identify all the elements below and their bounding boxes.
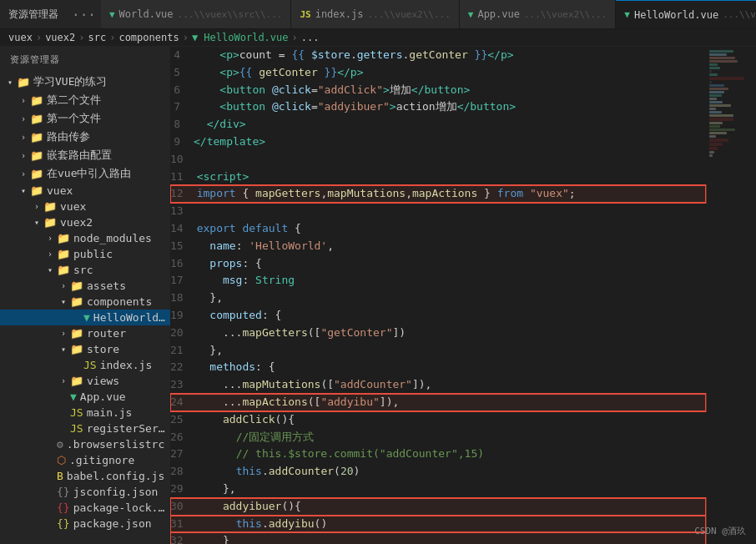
tree-item-vuex2[interactable]: ▾ 📁 vuex2	[0, 214, 170, 230]
tree-item-src[interactable]: ▾ 📁 src	[0, 262, 170, 278]
tree-item-registerjs[interactable]: JS registerServiceWorker.js	[0, 421, 170, 436]
arrow-icon: ›	[43, 249, 57, 259]
arrow-icon: ▾	[57, 297, 70, 306]
tree-item-babel[interactable]: B babel.config.js	[0, 468, 170, 484]
tab-path: ...\\vuex\\src\\...	[178, 9, 283, 20]
folder-icon: 📁	[30, 131, 43, 144]
tree-label: vuex	[47, 184, 73, 197]
tree-label: App.vue	[80, 390, 126, 403]
code-line-13: 13	[170, 203, 706, 220]
tab-app-vue[interactable]: ▼ App.vue ...\\vuex2\\...	[460, 0, 617, 28]
vue-icon: ▼	[624, 9, 630, 20]
arrow-icon: ›	[57, 329, 70, 338]
tree-label: 在vue中引入路由	[47, 166, 131, 181]
folder-icon: 📁	[70, 343, 83, 355]
folder-icon: 📁	[43, 216, 57, 229]
tab-index-js[interactable]: JS index.js ...\\vuex2\\...	[291, 0, 459, 28]
tree-item-vuex[interactable]: ▾ 📁 vuex	[0, 183, 170, 199]
tree-item-study[interactable]: ▾ 📁 学习VUE的练习	[0, 73, 170, 91]
tree-item-package[interactable]: {} package.json	[0, 516, 170, 531]
tree-item-mainjs[interactable]: JS main.js	[0, 405, 170, 421]
tree-label: package-lock.json	[73, 501, 170, 514]
tree-label: HelloWorld.vue	[93, 311, 170, 324]
tree-item-importroute[interactable]: › 📁 在vue中引入路由	[0, 164, 170, 183]
tree-label: .browserslistrc	[67, 438, 164, 451]
tree-item-node-modules[interactable]: › 📁 node_modules	[0, 230, 170, 246]
tree-label: assets	[87, 280, 126, 292]
tree-item-browserslist[interactable]: ⚙ .browserslistrc	[0, 436, 170, 452]
tab-helloworld-vue[interactable]: ▼ HelloWorld.vue ...\\vuex2\\... ×	[616, 0, 756, 28]
tree-item-file1[interactable]: › 📁 第一个文件	[0, 109, 170, 128]
code-lines: 4 <p>count = {{ $store.getters.getConter…	[170, 47, 706, 544]
tree-label: .gitignore	[69, 454, 134, 466]
folder-icon: 📁	[70, 280, 83, 292]
tree-item-appvue[interactable]: ▼ App.vue	[0, 389, 170, 405]
code-line-19: 19 computed: {	[170, 307, 706, 325]
arrow-icon: ›	[57, 281, 70, 290]
vue-file-icon: ▼	[70, 390, 77, 403]
code-line-28: 28 this.addCounter(20)	[170, 463, 706, 481]
arrow-icon: ›	[30, 202, 43, 211]
code-line-11: 11 <script>	[170, 169, 706, 186]
minimap	[706, 47, 756, 544]
arrow-icon: ▾	[57, 345, 70, 354]
tabs-container: ▼ World.vue ...\\vuex\\src\\... JS index…	[101, 0, 756, 28]
tree-item-vuex-child[interactable]: › 📁 vuex	[0, 199, 170, 214]
tree-item-packagelock[interactable]: {} package-lock.json	[0, 500, 170, 516]
tree-label: 路由传参	[47, 129, 90, 144]
tree-item-file2[interactable]: › 📁 第二个文件	[0, 91, 170, 109]
tree-item-store[interactable]: ▾ 📁 store	[0, 341, 170, 357]
tree-item-components[interactable]: ▾ 📁 components	[0, 294, 170, 310]
vue-file-icon: ▼	[83, 311, 90, 324]
arrow-icon: ›	[17, 169, 30, 179]
tab-label: HelloWorld.vue	[634, 9, 718, 21]
arrow-icon: ›	[17, 96, 30, 105]
tree-item-routeprop[interactable]: › 📁 路由传参	[0, 128, 170, 146]
code-line-27: 27 // this.$store.commit("addCounter",15…	[170, 446, 706, 463]
code-line-6: 6 <button @click="addClick">增加</button>	[170, 82, 706, 99]
tree-label: 嵌套路由配置	[47, 148, 112, 163]
tree-item-views[interactable]: › 📁 views	[0, 373, 170, 389]
tab-label: index.js	[315, 8, 364, 20]
tree-item-helloworld[interactable]: ▼ HelloWorld.vue	[0, 310, 170, 325]
tree-label: src	[73, 264, 93, 276]
code-line-30: 30 addyibuer(){	[170, 498, 706, 516]
folder-icon: 📁	[30, 149, 43, 162]
tree-item-public[interactable]: › 📁 public	[0, 246, 170, 262]
tree-label: node_modules	[73, 232, 152, 244]
tree-label: 第二个文件	[47, 93, 101, 108]
code-line-16: 16 props: {	[170, 255, 706, 273]
tree-label: router	[87, 327, 126, 340]
tree-item-assets[interactable]: › 📁 assets	[0, 278, 170, 294]
code-line-20: 20 ...mapGetters(["getConter"])	[170, 325, 706, 342]
code-line-5: 5 <p>{{ getConter }}</p>	[170, 64, 706, 82]
arrow-icon: ›	[43, 234, 57, 243]
tree-label: views	[87, 375, 119, 387]
tab-label: App.vue	[477, 8, 520, 20]
main-layout: 资源管理器 ▾ 📁 学习VUE的练习 › 📁 第二个文件 › 📁 第一个文件 ›…	[0, 47, 756, 544]
code-line-23: 23 ...mapMutations(["addCounter"]),	[170, 376, 706, 394]
tab-world-vue[interactable]: ▼ World.vue ...\\vuex\\src\\...	[101, 0, 292, 28]
breadcrumb: vuex › vuex2 › src › components › ▼ Hell…	[0, 29, 756, 47]
tree-item-jsconfig[interactable]: {} jsconfig.json	[0, 484, 170, 500]
sidebar-section-title: 资源管理器	[0, 47, 170, 73]
code-line-12: 12 import { mapGetters,mapMutations,mapA…	[170, 185, 706, 203]
code-line-14: 14 export default {	[170, 220, 706, 238]
folder-icon: 📁	[57, 264, 70, 276]
arrow-icon: ›	[17, 114, 30, 123]
code-area: 4 <p>count = {{ $store.getters.getConter…	[170, 47, 756, 544]
minimap-lines	[706, 47, 756, 161]
js-icon: JS	[300, 9, 310, 20]
tree-label: public	[73, 248, 113, 260]
tree-item-router[interactable]: › 📁 router	[0, 325, 170, 341]
code-line-32: 32 }	[170, 532, 706, 544]
arrow-icon: ›	[17, 151, 30, 160]
tree-label: registerServiceWorker.js	[87, 422, 170, 435]
tree-item-nestedroute[interactable]: › 📁 嵌套路由配置	[0, 146, 170, 164]
folder-icon: 📁	[30, 168, 43, 180]
tree-item-gitignore[interactable]: ⬡ .gitignore	[0, 452, 170, 468]
tree-item-store-index[interactable]: JS index.js	[0, 357, 170, 373]
title-dots: ···	[67, 7, 101, 23]
code-line-26: 26 //固定调用方式	[170, 429, 706, 446]
tab-path: ...\\vuex2\\...	[367, 9, 450, 20]
